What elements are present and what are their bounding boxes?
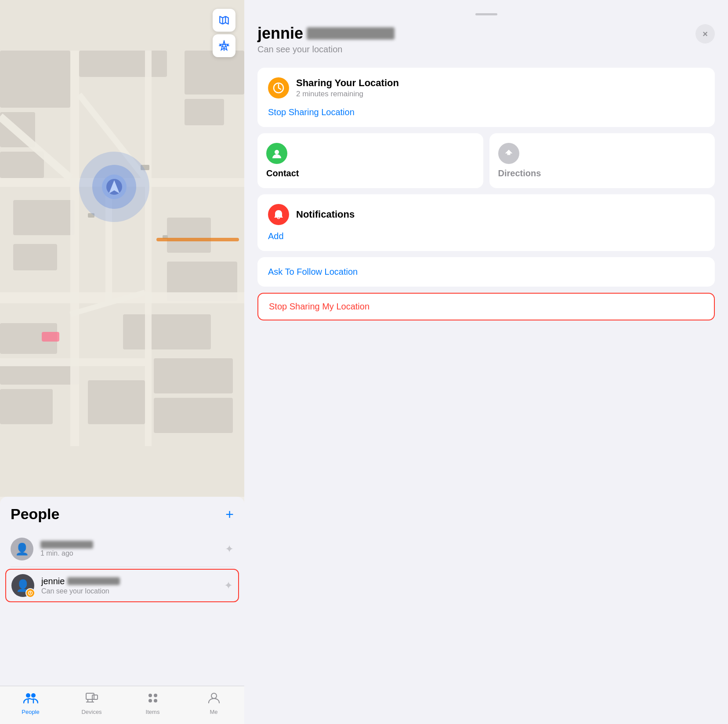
people-list: 👤 1 min. ago ✦ 👤 xyxy=(11,531,234,604)
sharing-text: Sharing Your Location 2 minutes remainin… xyxy=(296,77,399,98)
contact-action-card[interactable]: Contact xyxy=(257,133,483,188)
svg-rect-3 xyxy=(0,152,44,178)
svg-point-42 xyxy=(31,693,36,698)
svg-point-51 xyxy=(154,699,157,702)
left-panel: People + 👤 1 min. ago ✦ 👤 xyxy=(0,0,244,724)
contact-subtitle: Can see your location xyxy=(257,44,395,55)
svg-rect-43 xyxy=(86,693,94,699)
svg-point-52 xyxy=(211,693,217,699)
svg-point-48 xyxy=(148,694,152,697)
directions-action-label: Directions xyxy=(498,168,541,178)
list-item[interactable]: 👤 jennie Can see your location xyxy=(5,569,239,602)
svg-rect-23 xyxy=(0,358,145,366)
items-tab-icon xyxy=(145,691,160,707)
svg-point-41 xyxy=(26,693,30,698)
sharing-title: Sharing Your Location xyxy=(296,77,399,89)
stop-sharing-link[interactable]: Stop Sharing Location xyxy=(268,106,704,117)
tab-devices[interactable]: Devices xyxy=(61,691,122,715)
name-blur xyxy=(40,541,93,549)
contact-action-label: Contact xyxy=(266,168,299,178)
notifications-card: Notifications Add xyxy=(257,194,715,251)
svg-point-54 xyxy=(275,150,279,154)
me-tab-icon xyxy=(208,691,220,707)
svg-rect-13 xyxy=(154,398,233,433)
bottom-links: Ask To Follow Location xyxy=(257,257,715,287)
contact-icon xyxy=(266,143,287,164)
person-status: 1 min. ago xyxy=(40,549,225,557)
contact-info: jennie Can see your location xyxy=(257,24,395,55)
directions-icon xyxy=(498,143,519,164)
header-name-blur xyxy=(307,27,395,40)
svg-point-37 xyxy=(223,44,226,47)
svg-rect-17 xyxy=(167,218,211,253)
close-button[interactable]: × xyxy=(695,24,715,44)
svg-rect-12 xyxy=(154,358,233,393)
sharing-icon xyxy=(268,77,289,98)
svg-point-50 xyxy=(148,699,152,702)
svg-rect-6 xyxy=(185,99,224,125)
tab-bar: People Devices xyxy=(0,686,244,724)
actions-row: Contact Directions xyxy=(257,133,715,188)
tab-items-label: Items xyxy=(146,709,160,715)
svg-rect-1 xyxy=(0,51,70,108)
list-item[interactable]: 👤 1 min. ago ✦ xyxy=(11,531,234,567)
person-info: jennie Can see your location xyxy=(41,576,224,595)
svg-rect-5 xyxy=(185,51,244,95)
person-info: 1 min. ago xyxy=(40,541,225,557)
tab-me[interactable]: Me xyxy=(183,691,244,715)
sharing-info: Sharing Your Location 2 minutes remainin… xyxy=(268,77,704,98)
people-title: People xyxy=(11,506,59,523)
person-spinner: ✦ xyxy=(225,543,234,555)
sharing-subtitle: 2 minutes remaining xyxy=(296,90,399,98)
people-panel: People + 👤 1 min. ago ✦ 👤 xyxy=(0,497,244,686)
stop-sharing-my-location-button[interactable]: Stop Sharing My Location xyxy=(257,293,715,320)
people-header: People + xyxy=(11,506,234,523)
people-tab-icon xyxy=(23,691,38,707)
panel-handle xyxy=(475,13,497,15)
avatar: 👤 xyxy=(11,574,34,597)
add-person-button[interactable]: + xyxy=(225,507,234,521)
tab-me-label: Me xyxy=(210,709,217,715)
sharing-card: Sharing Your Location 2 minutes remainin… xyxy=(257,68,715,127)
map-svg xyxy=(0,0,244,497)
contact-name: jennie xyxy=(257,24,395,43)
svg-rect-8 xyxy=(13,244,57,270)
map-area xyxy=(0,0,244,497)
tab-items[interactable]: Items xyxy=(122,691,183,715)
svg-rect-7 xyxy=(13,200,75,235)
svg-rect-18 xyxy=(70,51,79,446)
directions-action-card[interactable]: Directions xyxy=(489,133,715,188)
person-spinner-jennie: ✦ xyxy=(224,579,233,592)
notifications-icon xyxy=(268,204,289,225)
person-name: jennie xyxy=(41,576,224,586)
tab-devices-label: Devices xyxy=(81,709,101,715)
devices-tab-icon xyxy=(84,691,99,707)
tab-people-label: People xyxy=(22,709,39,715)
map-buttons xyxy=(213,9,235,57)
svg-rect-11 xyxy=(0,389,53,424)
notif-header: Notifications xyxy=(268,204,704,225)
svg-rect-44 xyxy=(92,695,98,699)
notifications-add-button[interactable]: Add xyxy=(268,231,704,241)
ask-follow-location-button[interactable]: Ask To Follow Location xyxy=(257,257,715,287)
svg-rect-4 xyxy=(79,51,167,77)
right-panel: jennie Can see your location × Sharing Y… xyxy=(244,0,728,724)
jennie-name-text: jennie xyxy=(41,576,65,586)
tab-people[interactable]: People xyxy=(0,691,61,715)
map-view-button[interactable] xyxy=(213,9,235,32)
person-status: Can see your location xyxy=(41,587,224,595)
avatar: 👤 xyxy=(11,538,33,560)
location-badge xyxy=(25,588,35,598)
location-center-button[interactable] xyxy=(213,34,235,57)
contact-header: jennie Can see your location × xyxy=(257,24,715,55)
svg-rect-14 xyxy=(88,380,145,424)
person-name xyxy=(40,541,225,549)
svg-rect-21 xyxy=(145,51,152,446)
name-blur-jennie xyxy=(67,577,120,585)
svg-point-49 xyxy=(154,694,157,697)
svg-rect-15 xyxy=(123,314,211,349)
notifications-label: Notifications xyxy=(296,209,355,220)
svg-rect-31 xyxy=(42,332,59,342)
